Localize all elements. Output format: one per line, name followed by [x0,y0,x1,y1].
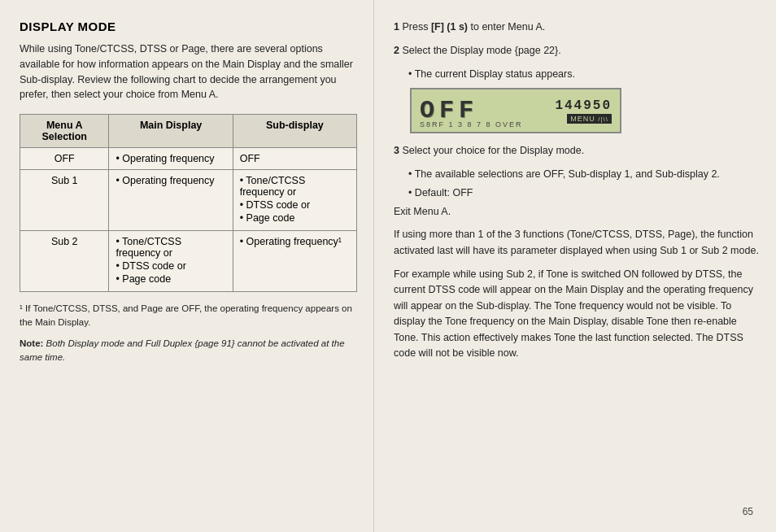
row-sub2-selection: Sub 2 [20,231,109,292]
step-3-num: 3 [394,145,399,156]
row-sub1-main: • Operating frequency [109,170,233,231]
step-4-text: Exit Menu A. [394,206,451,217]
page: DISPLAY MODE While using Tone/CTCSS, DTS… [0,0,776,532]
left-column: DISPLAY MODE While using Tone/CTCSS, DTS… [0,0,374,532]
list-item: Page code [116,273,225,285]
row-sub2-main: Tone/CTCSS frequency or DTSS code or Pag… [109,231,233,292]
section-title: DISPLAY MODE [20,20,357,33]
row-off-selection: OFF [20,148,109,170]
lcd-bottom-text: S8RF 1 3 8 7 8 OVER [420,120,523,129]
row-off-sub: OFF [233,148,356,170]
paragraph-1: If using more than 1 of the 3 functions … [394,227,760,259]
lcd-freq-text: 144950 [555,98,612,113]
step-1: 1 Press [F] (1 s) to enter Menu A. [394,20,760,35]
step-2: 2 Select the Display mode {page 22}. [394,43,760,59]
step-4: Exit Menu A. [394,204,760,220]
table-row: Sub 1 • Operating frequency Tone/CTCSS f… [20,170,357,231]
lcd-right-section: 144950 MENU /|\\ [555,98,612,124]
lcd-menu-label: MENU /|\\ [567,114,612,124]
right-column: 1 Press [F] (1 s) to enter Menu A. 2 Sel… [374,0,776,532]
col-header-sub: Sub-display [233,115,356,148]
list-item: Tone/CTCSS frequency or [240,175,350,198]
lcd-menu-text: MENU [570,115,595,123]
paragraph-2: For example while using Sub 2, if Tone i… [394,267,760,361]
bullet-display-status-text: The current Display status appears. [415,68,575,80]
step-3-text: Select your choice for the Display mode. [402,145,584,156]
list-item: DTSS code or [240,199,350,211]
list-item: Page code [240,212,350,224]
table-row: OFF • Operating frequency OFF [20,148,357,170]
table-row: Sub 2 Tone/CTCSS frequency or DTSS code … [20,231,357,292]
step-2-text: Select the Display mode {page 22}. [402,45,560,56]
bullet-selections-text: The available selections are OFF, Sub-di… [415,168,720,180]
display-table: Menu A Selection Main Display Sub-displa… [20,114,357,292]
note-text: Note: Both Display mode and Full Duplex … [20,337,357,365]
list-item: Tone/CTCSS frequency or [116,236,225,259]
lcd-arrows: /|\\ [598,116,608,123]
col-header-selection: Menu A Selection [20,115,109,148]
lcd-display: OFF 144950 MENU /|\\ S8RF 1 3 8 7 8 OVER [410,88,621,133]
step-1-text: Press [F] (1 s) to enter Menu A. [402,21,545,33]
bullet-default: Default: OFF [408,185,760,201]
footnote: ¹ If Tone/CTCSS, DTSS, and Page are OFF,… [20,302,357,330]
step-2-num: 2 [394,45,399,56]
row-off-main: • Operating frequency [109,148,233,170]
lcd-frequency: 144950 [555,98,612,113]
row-sub1-selection: Sub 1 [20,170,109,231]
bullet-display-status: The current Display status appears. [408,67,760,82]
step-1-num: 1 [394,21,399,33]
col-header-main: Main Display [109,115,233,148]
step-3: 3 Select your choice for the Display mod… [394,143,760,159]
bullet-default-text: Default: OFF [415,187,473,198]
page-number: 65 [743,506,753,517]
note-content: Both Display mode and Full Duplex {page … [20,338,345,362]
lcd-s-meter: S8RF 1 3 8 7 8 OVER [420,120,523,129]
row-sub1-sub: Tone/CTCSS frequency or DTSS code or Pag… [233,170,356,231]
row-sub2-main-list: Tone/CTCSS frequency or DTSS code or Pag… [116,236,225,285]
bullet-selections: The available selections are OFF, Sub-di… [408,167,760,182]
list-item: DTSS code or [116,260,225,272]
row-sub1-sub-list: Tone/CTCSS frequency or DTSS code or Pag… [240,175,350,224]
note-label: Note: [20,338,43,348]
intro-text: While using Tone/CTCSS, DTSS or Page, th… [20,41,357,102]
row-sub2-sub: • Operating frequency¹ [233,231,356,292]
